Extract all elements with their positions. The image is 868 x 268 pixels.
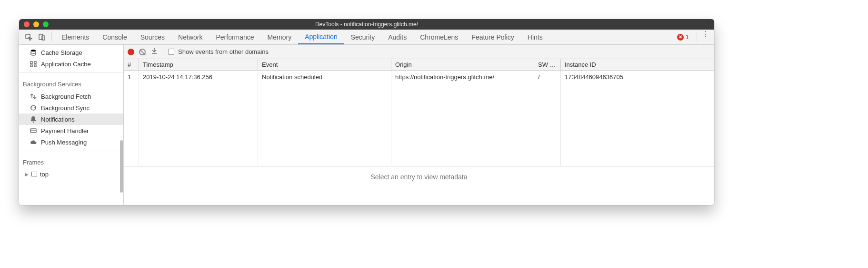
cell-sw: / <box>534 71 561 166</box>
sync-icon <box>30 104 37 112</box>
separator <box>51 32 52 41</box>
col-origin[interactable]: Origin <box>391 59 534 70</box>
sidebar-item-background-sync[interactable]: Background Sync <box>19 102 123 113</box>
sidebar-item-label: Push Messaging <box>41 139 87 146</box>
inspect-element-icon[interactable] <box>22 30 35 44</box>
tab-elements[interactable]: Elements <box>55 30 96 44</box>
tab-performance[interactable]: Performance <box>209 30 260 44</box>
checkbox-icon <box>168 49 174 55</box>
table-row[interactable]: 1 2019-10-24 14:17:36.256 Notification s… <box>124 71 714 166</box>
tab-feature-policy[interactable]: Feature Policy <box>465 30 520 44</box>
events-toolbar: Show events from other domains <box>124 45 714 59</box>
events-table-body: 1 2019-10-24 14:17:36.256 Notification s… <box>124 71 714 166</box>
sidebar-item-label: Background Sync <box>41 104 90 112</box>
application-sidebar: Cache Storage Application Cache Backgrou… <box>19 45 124 205</box>
scrollbar-thumb[interactable] <box>120 140 123 193</box>
svg-rect-7 <box>34 65 36 67</box>
divider <box>19 72 123 73</box>
svg-point-8 <box>33 122 34 123</box>
sidebar-item-label: Payment Handler <box>41 127 89 134</box>
sidebar-item-label: Application Cache <box>41 61 91 68</box>
tab-network[interactable]: Network <box>171 30 209 44</box>
separator <box>697 32 697 41</box>
sidebar-item-background-fetch[interactable]: Background Fetch <box>19 91 123 102</box>
svg-rect-4 <box>30 62 32 63</box>
panel-tabs: Elements Console Sources Network Perform… <box>55 30 549 44</box>
svg-rect-6 <box>30 65 32 67</box>
device-toolbar-icon[interactable] <box>35 30 49 44</box>
col-sw-scope[interactable]: SW … <box>534 59 561 70</box>
cell-instance: 17348446094636705 <box>561 71 714 166</box>
traffic-lights <box>24 21 49 27</box>
sidebar-section-background-services: Background Services <box>19 76 123 91</box>
database-icon <box>30 49 37 56</box>
sidebar-section-frames: Frames <box>19 154 123 169</box>
show-other-domains-checkbox[interactable]: Show events from other domains <box>168 48 269 55</box>
grid-icon <box>30 60 37 68</box>
cell-event: Notification scheduled <box>258 71 391 166</box>
col-instance-id[interactable]: Instance ID <box>561 59 714 70</box>
main-panel: Show events from other domains # Timesta… <box>124 45 714 205</box>
clear-button[interactable] <box>139 49 146 55</box>
window-title: DevTools - notification-triggers.glitch.… <box>315 21 418 28</box>
cloud-icon <box>30 138 37 146</box>
svg-point-3 <box>31 50 36 52</box>
col-timestamp[interactable]: Timestamp <box>139 59 258 70</box>
divider <box>19 151 123 151</box>
window-maximize-button[interactable] <box>43 21 49 27</box>
tab-sources[interactable]: Sources <box>134 30 171 44</box>
more-menu-icon[interactable]: ⋮ <box>700 30 711 44</box>
svg-rect-9 <box>30 129 36 133</box>
cell-origin: https://notification-triggers.glitch.me/ <box>391 71 534 166</box>
download-button[interactable] <box>150 47 158 56</box>
sidebar-item-frame-top[interactable]: ▶ top <box>19 169 123 179</box>
credit-card-icon <box>30 127 37 134</box>
tab-memory[interactable]: Memory <box>261 30 299 44</box>
main-tabbar: Elements Console Sources Network Perform… <box>19 30 714 45</box>
col-num[interactable]: # <box>124 59 139 70</box>
cell-num: 1 <box>124 71 139 166</box>
window-close-button[interactable] <box>24 21 30 27</box>
tab-security[interactable]: Security <box>344 30 382 44</box>
sidebar-item-label: Notifications <box>41 116 75 123</box>
sidebar-item-label: Cache Storage <box>41 49 82 56</box>
svg-rect-1 <box>39 34 43 40</box>
checkbox-label: Show events from other domains <box>178 48 269 55</box>
tab-hints[interactable]: Hints <box>521 30 549 44</box>
sidebar-item-application-cache[interactable]: Application Cache <box>19 58 123 70</box>
sidebar-item-cache-storage[interactable]: Cache Storage <box>19 47 123 58</box>
window-minimize-button[interactable] <box>33 21 39 27</box>
tab-console[interactable]: Console <box>96 30 133 44</box>
sidebar-item-push-messaging[interactable]: Push Messaging <box>19 136 123 148</box>
sidebar-item-payment-handler[interactable]: Payment Handler <box>19 125 123 136</box>
error-count: 1 <box>686 33 689 41</box>
tab-audits[interactable]: Audits <box>381 30 413 44</box>
transfer-icon <box>30 93 37 100</box>
sidebar-item-label: Background Fetch <box>41 93 91 100</box>
svg-rect-0 <box>26 34 30 39</box>
record-button[interactable] <box>128 49 134 55</box>
frame-label: top <box>40 171 49 178</box>
disclosure-triangle-icon: ▶ <box>25 172 29 177</box>
error-indicator[interactable]: ✕ 1 <box>677 30 694 44</box>
col-event[interactable]: Event <box>258 59 391 70</box>
separator <box>163 48 163 56</box>
devtools-window: DevTools - notification-triggers.glitch.… <box>19 19 714 205</box>
error-icon: ✕ <box>677 34 684 41</box>
events-table-header: # Timestamp Event Origin SW … Instance I… <box>124 59 714 71</box>
metadata-placeholder: Select an entry to view metadata <box>124 166 714 187</box>
sidebar-item-notifications[interactable]: Notifications <box>19 113 123 125</box>
svg-rect-5 <box>34 62 36 63</box>
cell-timestamp: 2019-10-24 14:17:36.256 <box>139 71 258 166</box>
titlebar: DevTools - notification-triggers.glitch.… <box>19 19 714 30</box>
frame-icon <box>31 172 37 176</box>
bell-icon <box>30 115 37 123</box>
tab-chromelens[interactable]: ChromeLens <box>413 30 465 44</box>
tab-application[interactable]: Application <box>298 30 344 44</box>
